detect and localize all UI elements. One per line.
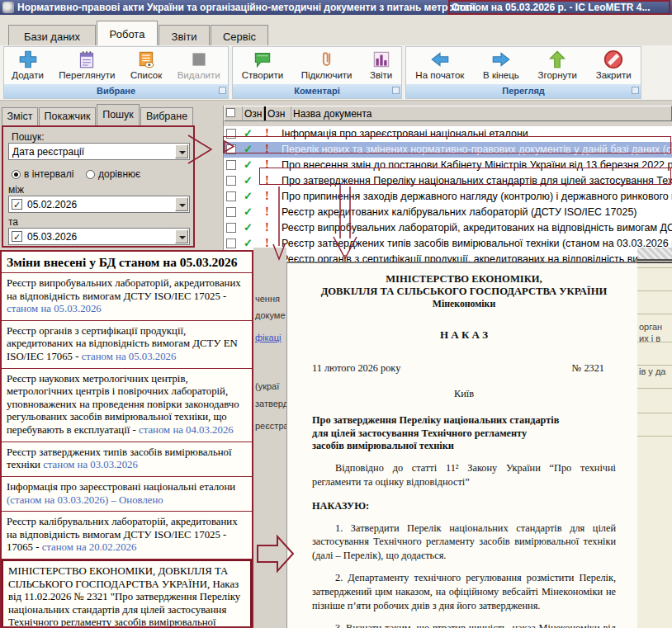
app-logo-icon (2, 2, 14, 13)
hatched-band (637, 248, 672, 259)
table-row[interactable]: ✓!Інформація про зареєстровані національ… (224, 126, 672, 142)
table-row[interactable]: ✓!Про припинення заходів державного нагл… (224, 189, 672, 205)
header-mark1[interactable]: Озн (243, 106, 264, 120)
dialog-launcher-icon[interactable] (632, 87, 639, 94)
document-title: Про затвердження Переліку національних с… (282, 175, 672, 187)
chevron-down-icon[interactable] (175, 144, 188, 158)
checkmark-icon: ✓ (244, 143, 253, 155)
row-checkbox[interactable] (226, 129, 236, 139)
tab-favorites[interactable]: Вибране (140, 107, 193, 125)
date-to-combobox[interactable]: ✓ 05.03.2026 (8, 228, 190, 245)
close-circle-icon (603, 49, 624, 70)
checkbox-checked-icon[interactable]: ✓ (12, 199, 22, 210)
document-list-header[interactable]: Озн Озн Назва документа (224, 106, 672, 121)
document-title: Реєстр затверджених типів засобів вимірю… (282, 238, 672, 249)
table-row[interactable]: ✓!Про внесення змін до постанови Кабінет… (224, 158, 672, 173)
ribbon-toolbar: Додати Переглянути Список Видалити Вибра… (0, 45, 672, 101)
ribbon-group-caption: Вибране (4, 84, 228, 98)
tab-contents[interactable]: Зміст (2, 107, 38, 125)
row-checkbox[interactable] (226, 238, 236, 248)
row-checkbox[interactable] (226, 207, 236, 217)
radio-in-interval[interactable]: в інтервалі (12, 168, 73, 180)
date-from-combobox[interactable]: ✓ 05.02.2026 (8, 196, 190, 213)
exclamation-icon: ! (265, 221, 269, 234)
checkbox-checked-icon[interactable]: ✓ (12, 231, 22, 242)
checkbox-icon[interactable] (226, 108, 235, 117)
row-checkbox[interactable] (226, 144, 236, 154)
exclamation-icon: ! (265, 205, 269, 219)
header-checkbox-cell[interactable] (225, 106, 243, 120)
document-date: 11 лютого 2026 року (312, 362, 400, 375)
arrow-up-icon (547, 49, 568, 70)
row-checkbox[interactable] (226, 223, 236, 233)
changes-panel: Зміни внесені у БД станом на 05.03.2026 … (0, 250, 253, 628)
background-text-fragment: докуме (255, 310, 286, 320)
list-item[interactable]: Інформація про зареєстровані національні… (2, 477, 252, 512)
comment-bubble-icon (252, 49, 273, 70)
menu-tab-reports[interactable]: Звіти (159, 25, 210, 45)
ribbon-group-caption: Коментарі (233, 84, 401, 98)
background-window-left-strip: чення докуме фікаці (украї затверд реєст… (253, 248, 286, 628)
background-window-right-strip: орган их і в ів у да (637, 248, 672, 628)
go-last-button[interactable]: В кінець (480, 48, 523, 81)
title-bar: Нормативно-правові акти України та орган… (0, 0, 672, 15)
checkmark-icon: ✓ (244, 237, 253, 249)
row-checkbox[interactable] (226, 160, 236, 170)
attach-comment-button[interactable]: Підключити (298, 48, 356, 81)
document-resolve-label: НАКАЗУЮ: (312, 500, 616, 512)
dialog-launcher-icon[interactable] (392, 87, 400, 94)
document-paragraph: 1. Затвердити Перелік національних станд… (312, 522, 616, 563)
exclamation-icon: ! (265, 174, 269, 187)
exclamation-icon: ! (265, 158, 269, 172)
collapse-button[interactable]: Згорнути (535, 48, 580, 81)
close-button[interactable]: Закрити (593, 48, 635, 81)
list-item[interactable]: Реєстр наукових метрологічних центрів, м… (2, 369, 252, 442)
background-text-fragment: чення (255, 294, 280, 304)
view-button[interactable]: Переглянути (55, 48, 118, 81)
chevron-down-icon[interactable] (175, 197, 188, 211)
table-row[interactable]: ✓!Реєстр затверджених типів засобів вимі… (224, 236, 672, 252)
tab-search[interactable]: Пошук (97, 104, 140, 125)
table-row[interactable]: ✓!Про затвердження Переліку національних… (224, 173, 672, 189)
checkmark-icon: ✓ (244, 205, 253, 218)
arrow-left-icon (429, 49, 451, 70)
header-document-name[interactable]: Назва документа (291, 106, 671, 120)
go-first-button[interactable]: На початок (412, 48, 467, 81)
create-comment-button[interactable]: Створити (239, 48, 286, 81)
ribbon-group-view: На початок В кінець Згорнути Закрити Пер… (405, 46, 641, 99)
table-row[interactable]: ✓!Реєстр випробувальних лабораторій, акр… (224, 220, 672, 236)
application-window: Нормативно-правові акти України та орган… (0, 0, 672, 628)
menu-tab-service[interactable]: Сервіс (211, 25, 268, 45)
background-text-fragment: их і в (639, 333, 660, 343)
document-city: Київ (312, 388, 616, 400)
search-field-combobox[interactable]: Дата реєстрації (8, 143, 190, 160)
table-row-selected[interactable]: ✓!Перелік нових та змінених нормативно-п… (224, 142, 672, 158)
list-item[interactable]: Реєстр органів з сертифікації продукції,… (2, 321, 252, 369)
radio-dot-icon (86, 170, 95, 179)
document-org-header: МІНІСТЕРСТВО ЕКОНОМІКИ, ДОВКІЛЛЯ ТА СІЛЬ… (312, 273, 616, 309)
menu-tab-bar: Бази даних Робота Звіти Сервіс (0, 15, 672, 45)
header-mark2[interactable]: Озн (264, 106, 291, 120)
add-button[interactable]: Додати (8, 48, 47, 81)
row-checkbox[interactable] (226, 176, 236, 186)
dialog-launcher-icon[interactable] (219, 87, 226, 94)
tab-index[interactable]: Покажчик (39, 107, 96, 125)
checkmark-icon: ✓ (244, 190, 253, 202)
list-item[interactable]: Реєстр випробувальних лабораторій, акред… (2, 273, 252, 321)
document-list: Озн Озн Назва документа ✓!Інформація про… (223, 106, 672, 262)
chevron-down-icon[interactable] (175, 229, 188, 243)
radio-equals[interactable]: дорівнює (86, 168, 140, 180)
background-link-fragment: фікаці (255, 333, 281, 342)
table-row[interactable]: ✓!Реєстр акредитованих калібрувальних ла… (224, 205, 672, 220)
list-item[interactable]: Реєстр калібрувальних лабораторій, акред… (2, 512, 252, 560)
list-item[interactable]: Реєстр затверджених типів засобів вимірю… (2, 442, 252, 477)
menu-tab-work[interactable]: Робота (97, 21, 158, 45)
and-label: та (8, 216, 18, 228)
menu-tab-databases[interactable]: Бази даних (8, 25, 96, 45)
paperclip-icon (316, 49, 338, 70)
row-checkbox[interactable] (226, 191, 236, 201)
list-item-highlighted[interactable]: МІНІСТЕРСТВО ЕКОНОМІКИ, ДОВКІЛЛЯ ТА СІЛЬ… (2, 560, 252, 628)
list-button[interactable]: Список (127, 48, 165, 81)
background-text-fragment: ів у да (639, 366, 665, 376)
comment-reports-button[interactable]: Звіти (367, 48, 395, 81)
